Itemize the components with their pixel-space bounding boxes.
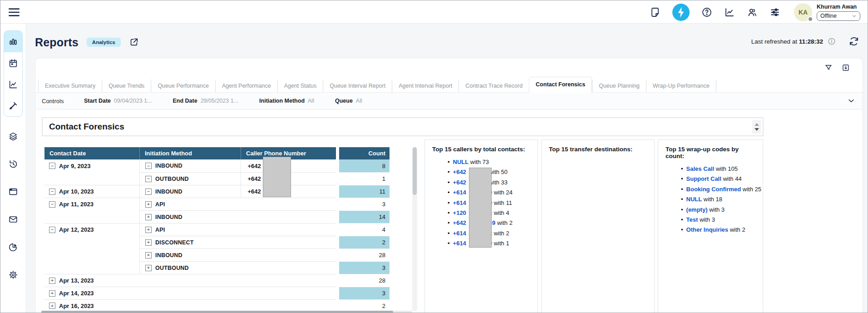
tab-queue-interval-report[interactable]: Queue Interval Report [323,79,392,92]
sidebar-item-layers[interactable] [4,127,23,145]
external-link-icon[interactable] [129,37,139,47]
table-row[interactable]: +INBOUND28 [44,248,390,261]
refresh-icon[interactable] [848,36,859,47]
collapse-icon-date[interactable]: − [49,189,55,195]
help-icon[interactable] [701,7,712,18]
collapse-icon-date[interactable]: − [49,201,55,208]
expand-icon-method[interactable]: + [145,239,152,246]
caller-link[interactable]: +642 [453,219,466,226]
wrapup-link[interactable]: (empty) [686,206,708,213]
collapse-icon-method[interactable]: − [145,163,152,169]
caller-link[interactable]: +614 [453,189,466,196]
table-vertical-scrollbar[interactable] [412,147,417,311]
caller-link[interactable]: +642 [453,179,466,186]
expand-icon-method[interactable]: + [145,227,152,233]
tab-contact-forensics[interactable]: Contact Forensics [529,77,592,93]
method-label: OUTBOUND [155,265,189,271]
download-icon[interactable] [842,64,850,72]
method-label: OUTBOUND [155,176,189,182]
cell-caller-phone [241,262,336,274]
agents-icon[interactable] [747,7,758,18]
collapse-icon-date[interactable]: − [49,163,55,169]
collapse-icon-method[interactable]: − [145,176,152,182]
flash-icon[interactable] [672,4,690,21]
metrics-icon[interactable] [724,7,735,18]
avatar[interactable]: KA [794,3,812,21]
table-row[interactable]: −OUTBOUND+6421 [44,172,390,185]
caller-link[interactable]: +614 [453,199,466,206]
sidebar-rest [4,127,23,284]
tab-queue-planning[interactable]: Queue Planning [592,79,646,92]
cell-count: 3 [339,198,390,210]
filter-icon[interactable] [824,64,833,72]
table-row[interactable]: +Apr 14, 20233 [44,287,390,299]
spinner-up-icon[interactable] [755,123,759,126]
sidebar-item-mail[interactable] [4,210,23,229]
table-row[interactable]: −Apr 12, 2023+API4 [44,223,390,236]
tab-queue-performance[interactable]: Queue Performance [151,79,215,92]
control-initiation-method[interactable]: Initiation MethodAll [259,98,314,104]
table-row[interactable]: −Apr 10, 2023−INBOUND+64211 [44,185,390,198]
cell-contact-date: −Apr 10, 2023 [44,185,139,198]
settings-sliders-icon[interactable] [769,7,780,18]
sidebar-item-calendar[interactable] [4,52,22,74]
wrapup-link[interactable]: Test [686,216,698,223]
collapse-icon-date[interactable]: − [49,227,55,233]
sidebar-item-window[interactable] [4,183,23,201]
wrapup-link[interactable]: Sales Call [686,165,714,172]
info-icon[interactable] [828,37,836,45]
caller-count-text: with 4 [494,209,509,216]
caller-link[interactable]: +614 [453,230,466,237]
tab-queue-trends[interactable]: Queue Trends [102,79,151,92]
wrapup-link[interactable]: Booking Confirmed [686,186,741,193]
table-row[interactable]: −Apr 11, 2023+API3 [44,198,390,210]
scrollbar-thumb[interactable] [41,311,393,313]
caller-link[interactable]: NULL [453,159,469,165]
sidebar-item-pie-chart[interactable] [4,238,23,256]
status-dropdown[interactable]: Offline [817,11,860,21]
expand-icon-method[interactable]: + [145,201,152,208]
scrollbar-thumb[interactable] [413,147,417,195]
sidebar-item-brush[interactable] [4,95,22,116]
sidebar-item-line-chart[interactable] [4,74,22,95]
spinner-down-icon[interactable] [755,128,759,131]
expand-icon-date[interactable]: + [49,290,55,297]
tab-contract-trace-record[interactable]: Contract Trace Record [459,79,529,92]
tab-wrap-up-performance[interactable]: Wrap-Up Performance [646,79,716,92]
caller-link[interactable]: +120 [453,209,466,216]
wrapup-link[interactable]: Support Call [686,175,721,182]
control-end-date[interactable]: End Date29/05/2023 1... [173,98,238,104]
sidebar-item-history[interactable] [4,155,23,173]
expand-icon-method[interactable]: + [145,252,152,258]
caller-list-item: NULL with 73 [448,157,538,167]
expand-icon-method[interactable]: + [145,214,152,220]
control-start-date[interactable]: Start Date09/04/2023 1... [84,98,152,104]
table-horizontal-scrollbar[interactable] [41,311,412,313]
table-row[interactable]: −Apr 9, 2023−INBOUND+6428 [44,159,390,172]
caller-link[interactable]: +642 [453,169,466,175]
expand-icon-date[interactable]: + [49,278,55,284]
control-queue[interactable]: QueueAll [335,98,362,104]
table-row[interactable]: +Apr 13, 202328 [44,274,390,287]
tab-executive-summary[interactable]: Executive Summary [38,79,102,92]
sidebar-item-gear[interactable] [4,266,23,284]
menu-icon[interactable] [7,5,21,20]
tab-agent-interval-report[interactable]: Agent Interval Report [392,79,459,92]
table-row[interactable]: +DISCONNECT2 [44,236,390,248]
note-icon[interactable] [650,7,661,18]
caller-link[interactable]: +614 [453,240,466,247]
expand-icon-date[interactable]: + [49,303,55,309]
wrapup-link[interactable]: Other Inquiries [686,226,728,233]
collapse-icon-method[interactable]: − [145,189,152,195]
wrapup-link[interactable]: NULL [686,196,702,203]
table-row[interactable]: +INBOUND14 [44,210,390,223]
cell-contact-date [44,172,139,185]
table-row[interactable]: +Apr 16, 20232 [44,299,390,312]
table-row[interactable]: +OUTBOUND3 [44,261,390,274]
sidebar-item-bar-chart[interactable] [4,31,22,52]
tab-agent-performance[interactable]: Agent Performance [215,79,277,92]
tab-agent-status[interactable]: Agent Status [277,79,323,92]
expand-icon-method[interactable]: + [145,265,152,271]
control-name: Start Date [84,98,111,104]
chevron-down-icon[interactable] [847,97,855,105]
